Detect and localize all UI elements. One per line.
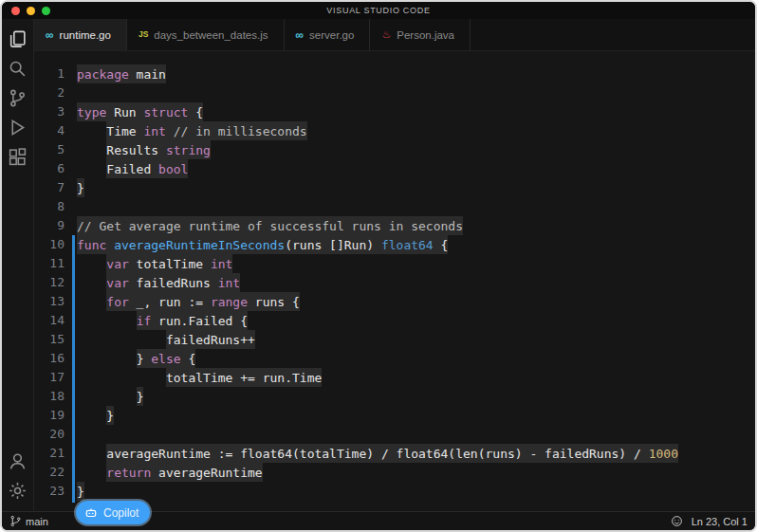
- code-line-18[interactable]: 18 }: [34, 387, 755, 406]
- tab-label: server.go: [309, 29, 354, 41]
- line-number[interactable]: 17: [34, 368, 77, 387]
- code-line-10[interactable]: 10func averageRuntimeInSeconds(runs []Ru…: [34, 235, 755, 254]
- source-control-icon[interactable]: [2, 83, 34, 113]
- line-content[interactable]: totalTime += run.Time: [77, 368, 322, 387]
- git-branch-item[interactable]: main: [9, 515, 48, 527]
- tab-label: Person.java: [397, 29, 454, 41]
- line-number[interactable]: 15: [34, 330, 77, 349]
- code-lines: 1package main23type Run struct {4 Time i…: [34, 51, 755, 501]
- line-content[interactable]: type Run struct {: [77, 102, 203, 121]
- line-number[interactable]: 11: [34, 254, 77, 273]
- line-content[interactable]: // Get average runtime of successful run…: [77, 216, 463, 235]
- line-content[interactable]: var totalTime int: [77, 254, 232, 273]
- code-line-23[interactable]: 23}: [34, 482, 755, 501]
- extensions-icon[interactable]: [2, 142, 34, 172]
- code-line-9[interactable]: 9// Get average runtime of successful ru…: [34, 216, 755, 235]
- line-number[interactable]: 5: [34, 140, 77, 159]
- code-line-2[interactable]: 2: [34, 83, 755, 102]
- line-content[interactable]: var failedRuns int: [77, 273, 240, 292]
- line-content[interactable]: } else {: [77, 349, 195, 368]
- code-line-21[interactable]: 21 averageRuntime := float64(totalTime) …: [34, 444, 755, 463]
- line-number[interactable]: 19: [34, 406, 77, 425]
- line-number[interactable]: 6: [34, 159, 77, 178]
- js-file-icon: JS: [138, 30, 148, 39]
- code-line-12[interactable]: 12 var failedRuns int: [34, 273, 755, 292]
- activity-bar: [2, 19, 34, 511]
- line-content[interactable]: func averageRuntimeInSeconds(runs []Run)…: [77, 235, 448, 254]
- line-content[interactable]: if run.Failed {: [77, 311, 248, 330]
- code-line-4[interactable]: 4 Time int // in milliseconds: [34, 121, 755, 140]
- code-line-7[interactable]: 7}: [34, 178, 755, 197]
- copilot-label: Copilot: [103, 506, 138, 520]
- line-number[interactable]: 4: [34, 121, 77, 140]
- line-content[interactable]: Results string: [77, 140, 211, 159]
- line-content[interactable]: averageRuntime := float64(totalTime) / f…: [77, 444, 678, 463]
- copilot-button[interactable]: Copilot: [76, 501, 150, 524]
- line-content[interactable]: }: [77, 406, 114, 425]
- line-content[interactable]: return averageRuntime: [77, 463, 263, 482]
- tab-runtime-go[interactable]: ∞ runtime.go: [34, 19, 127, 50]
- code-line-19[interactable]: 19 }: [34, 406, 755, 425]
- code-editor[interactable]: 1package main23type Run struct {4 Time i…: [34, 51, 755, 511]
- tab-label: runtime.go: [60, 29, 111, 41]
- code-line-14[interactable]: 14 if run.Failed {: [34, 311, 755, 330]
- line-number[interactable]: 9: [34, 216, 77, 235]
- go-file-icon: ∞: [46, 29, 54, 41]
- settings-gear-icon[interactable]: [2, 476, 34, 505]
- tab-label: days_between_dates.js: [154, 29, 268, 41]
- line-number[interactable]: 14: [34, 311, 77, 330]
- code-line-3[interactable]: 3type Run struct {: [34, 102, 755, 121]
- tab-person-java[interactable]: ♨ Person.java: [370, 19, 471, 50]
- line-content[interactable]: package main: [77, 64, 166, 83]
- line-number[interactable]: 16: [34, 349, 77, 368]
- tab-days-between-dates-js[interactable]: JS days_between_dates.js: [127, 19, 285, 50]
- line-content[interactable]: for _, run := range runs {: [77, 292, 300, 311]
- line-content[interactable]: Failed bool: [77, 159, 188, 178]
- run-debug-icon[interactable]: [2, 113, 34, 142]
- line-content[interactable]: }: [77, 387, 143, 406]
- code-line-20[interactable]: 20: [34, 425, 755, 444]
- line-content[interactable]: Time int // in milliseconds: [77, 121, 307, 140]
- code-line-5[interactable]: 5 Results string: [34, 140, 755, 159]
- code-line-6[interactable]: 6 Failed bool: [34, 159, 755, 178]
- zoom-window-button[interactable]: [42, 7, 50, 15]
- code-line-15[interactable]: 15 failedRuns++: [34, 330, 755, 349]
- code-line-8[interactable]: 8: [34, 197, 755, 216]
- line-number[interactable]: 12: [34, 273, 77, 292]
- line-number[interactable]: 13: [34, 292, 77, 311]
- minimize-window-button[interactable]: [27, 7, 35, 15]
- line-content[interactable]: }: [77, 178, 84, 197]
- line-number[interactable]: 23: [34, 482, 77, 501]
- code-line-13[interactable]: 13 for _, run := range runs {: [34, 292, 755, 311]
- tab-bar: ∞ runtime.go JS days_between_dates.js ∞ …: [34, 19, 755, 51]
- code-line-22[interactable]: 22 return averageRuntime: [34, 463, 755, 482]
- line-content[interactable]: failedRuns++: [77, 330, 255, 349]
- line-number[interactable]: 2: [34, 83, 77, 102]
- search-icon[interactable]: [2, 54, 34, 83]
- go-file-icon: ∞: [296, 29, 305, 41]
- line-number[interactable]: 8: [34, 197, 77, 216]
- account-icon[interactable]: [2, 447, 34, 476]
- line-number[interactable]: 7: [34, 178, 77, 197]
- code-line-16[interactable]: 16 } else {: [34, 349, 755, 368]
- line-number[interactable]: 18: [34, 387, 77, 406]
- line-number[interactable]: 1: [34, 64, 77, 83]
- window-controls: [11, 2, 50, 19]
- close-window-button[interactable]: [11, 7, 20, 15]
- cursor-position[interactable]: Ln 23, Col 1: [692, 516, 748, 527]
- copilot-robot-icon: [84, 506, 98, 520]
- code-line-17[interactable]: 17 totalTime += run.Time: [34, 368, 755, 387]
- status-right: Ln 23, Col 1: [671, 515, 748, 527]
- tab-server-go[interactable]: ∞ server.go: [285, 19, 371, 50]
- line-number[interactable]: 20: [34, 425, 77, 444]
- code-line-11[interactable]: 11 var totalTime int: [34, 254, 755, 273]
- line-number[interactable]: 21: [34, 444, 77, 463]
- git-branch-icon: [9, 515, 22, 527]
- line-number[interactable]: 3: [34, 102, 77, 121]
- line-number[interactable]: 22: [34, 463, 77, 482]
- line-number[interactable]: 10: [34, 235, 77, 254]
- feedback-smiley-icon[interactable]: [671, 515, 683, 527]
- code-line-1[interactable]: 1package main: [34, 64, 755, 83]
- explorer-icon[interactable]: [2, 25, 34, 54]
- line-content[interactable]: }: [77, 482, 84, 501]
